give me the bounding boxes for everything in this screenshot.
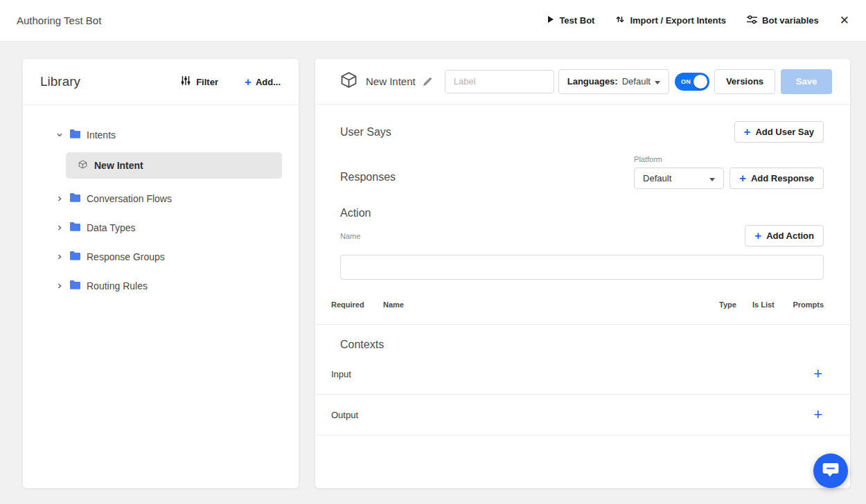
add-action-button[interactable]: + Add Action — [745, 225, 824, 246]
folder-icon — [69, 280, 80, 292]
app-root: Authoring Test Bot Test Bot Import / Exp… — [0, 0, 866, 504]
tree-item-intents[interactable]: Intents — [23, 123, 299, 147]
add-input-context-button[interactable]: + — [813, 366, 822, 381]
add-user-say-label: Add User Say — [755, 127, 814, 137]
user-says-title: User Says — [340, 126, 391, 138]
contexts-title: Contexts — [340, 339, 850, 351]
tree-item-routing-rules[interactable]: Routing Rules — [23, 274, 299, 298]
context-output-row: Output + — [315, 395, 850, 435]
languages-label: Languages: — [567, 76, 618, 87]
divider — [315, 435, 850, 435]
library-panel: Library Filter + Add... — [23, 59, 299, 488]
test-bot-label: Test Bot — [559, 15, 594, 26]
chevron-right-icon — [55, 224, 63, 231]
versions-button[interactable]: Versions — [714, 69, 775, 94]
edit-pencil-icon[interactable] — [421, 75, 434, 88]
column-header-is-list: Is List — [752, 300, 789, 309]
chevron-down-icon — [655, 76, 660, 87]
add-label: Add... — [256, 77, 281, 87]
plus-icon: + — [754, 230, 761, 242]
plus-icon: + — [744, 126, 751, 138]
top-bar-actions: Test Bot Import / Export Intents — [547, 15, 849, 26]
tree-item-new-intent[interactable]: New Intent — [66, 152, 282, 179]
responses-section: Responses Platform Default + Add Respons… — [315, 155, 850, 189]
app-title: Authoring Test Bot — [17, 15, 101, 26]
plus-icon: + — [739, 172, 746, 184]
editor-header: New Intent Languages: Default ON Version… — [315, 59, 850, 105]
chevron-right-icon — [55, 195, 63, 202]
folder-icon — [69, 192, 80, 205]
import-export-icon — [615, 15, 625, 26]
filter-label: Filter — [196, 77, 218, 87]
user-says-section: User Says + Add User Say — [315, 121, 850, 143]
add-response-label: Add Response — [751, 173, 814, 183]
tree-item-data-types[interactable]: Data Types — [23, 216, 299, 240]
add-action-label: Add Action — [766, 231, 814, 241]
save-button[interactable]: Save — [781, 69, 832, 94]
tree-item-label: New Intent — [94, 160, 143, 171]
responses-title: Responses — [340, 171, 396, 183]
action-name-row: Name + Add Action — [315, 225, 850, 246]
context-output-label: Output — [331, 410, 358, 420]
add-response-button[interactable]: + Add Response — [730, 168, 824, 189]
sliders-icon — [747, 15, 757, 26]
library-title: Library — [40, 74, 80, 89]
intent-enabled-toggle[interactable]: ON — [675, 73, 709, 91]
action-title: Action — [340, 207, 824, 219]
tree-item-label: Data Types — [87, 222, 136, 233]
chevron-right-icon — [55, 282, 63, 289]
platform-value: Default — [643, 173, 671, 183]
plus-icon: + — [245, 76, 251, 88]
action-name-input[interactable] — [340, 255, 824, 280]
tree-item-label: Intents — [87, 129, 116, 141]
platform-label: Platform — [634, 155, 824, 163]
test-bot-button[interactable]: Test Bot — [547, 15, 594, 26]
slots-table-header: Required Name Type Is List Prompts — [315, 300, 850, 309]
folder-icon — [69, 129, 80, 141]
play-icon — [547, 15, 554, 26]
chevron-right-icon — [55, 253, 63, 260]
chevron-down-icon — [709, 173, 715, 183]
bot-variables-button[interactable]: Bot variables — [747, 15, 819, 26]
action-section: Action — [315, 207, 850, 219]
import-export-label: Import / Export Intents — [630, 15, 726, 26]
tree-item-label: Routing Rules — [87, 280, 148, 291]
library-tree: Intents New Intent — [23, 105, 299, 298]
context-input-row: Input + — [315, 354, 850, 394]
add-output-context-button[interactable]: + — [813, 407, 822, 422]
platform-select[interactable]: Default — [634, 168, 724, 189]
languages-value: Default — [622, 76, 651, 87]
import-export-intents-button[interactable]: Import / Export Intents — [615, 15, 726, 26]
add-user-say-button[interactable]: + Add User Say — [734, 121, 824, 143]
tree-item-conversation-flows[interactable]: Conversation Flows — [23, 187, 299, 210]
tree-item-response-groups[interactable]: Response Groups — [23, 245, 299, 269]
close-icon[interactable]: ✕ — [840, 15, 849, 26]
column-header-type: Type — [719, 300, 752, 309]
tree-item-label: Response Groups — [87, 251, 165, 262]
folder-icon — [69, 251, 80, 263]
chat-bubble-icon — [822, 462, 840, 480]
action-name-label: Name — [340, 232, 360, 240]
label-input[interactable] — [445, 70, 554, 93]
tree-item-label: Conversation Flows — [87, 193, 172, 204]
folder-icon — [69, 222, 80, 234]
intent-editor-panel: New Intent Languages: Default ON Version… — [315, 59, 850, 488]
intent-icon — [78, 159, 87, 172]
filter-icon — [181, 76, 191, 87]
intent-icon — [340, 71, 357, 91]
top-bar: Authoring Test Bot Test Bot Import / Exp… — [0, 0, 866, 42]
chevron-down-icon — [55, 132, 63, 138]
column-header-required: Required — [331, 300, 383, 309]
divider — [315, 324, 850, 325]
library-add-button[interactable]: + Add... — [245, 76, 281, 88]
languages-dropdown[interactable]: Languages: Default — [558, 69, 669, 94]
bot-variables-label: Bot variables — [762, 15, 819, 26]
responses-controls: Platform Default + Add Response — [634, 155, 824, 189]
workspace: Library Filter + Add... — [0, 42, 866, 504]
chat-widget-button[interactable] — [813, 453, 848, 488]
filter-button[interactable]: Filter — [181, 76, 218, 87]
toggle-state-label: ON — [681, 78, 691, 85]
intent-name: New Intent — [366, 75, 416, 87]
toggle-knob — [693, 75, 707, 89]
context-input-label: Input — [331, 369, 351, 379]
